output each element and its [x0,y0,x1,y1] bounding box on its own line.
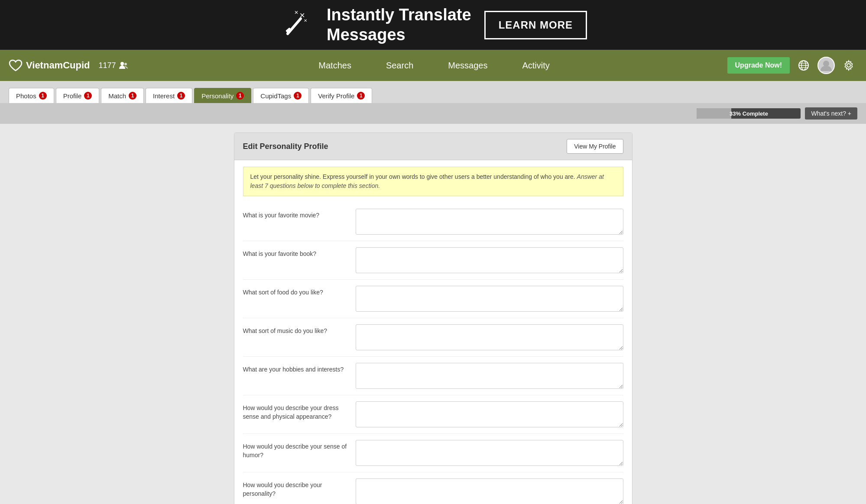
form-section: What is your favorite movie? What is you… [234,203,632,504]
card-title: Edit Personality Profile [243,142,328,151]
progress-section: 33% Complete What's next? + [0,103,866,124]
nav-search[interactable]: Search [369,50,431,81]
svg-point-5 [120,62,124,65]
site-logo[interactable]: VietnamCupid [9,59,90,71]
form-row-fav-movie: What is your favorite movie? [243,203,623,241]
nav-matches[interactable]: Matches [301,50,369,81]
form-row-personality: How would you describe your personality? [243,472,623,504]
hobbies-label: What are your hobbies and interests? [243,363,347,374]
tab-photos[interactable]: Photos 1 [9,88,54,103]
nav-messages[interactable]: Messages [431,50,505,81]
navbar: VietnamCupid 1177 Matches Search Message… [0,50,866,81]
humor-input[interactable] [356,440,623,466]
fav-movie-label: What is your favorite movie? [243,209,347,220]
tab-cupidtags[interactable]: CupidTags 1 [253,88,309,103]
svg-point-12 [823,61,829,67]
matches-count: 1177 [99,61,128,70]
view-profile-button[interactable]: View My Profile [567,139,623,154]
dress-sense-label: How would you describe your dress sense … [243,401,347,421]
interest-badge: 1 [177,92,185,100]
gear-icon [843,60,854,71]
tab-interest[interactable]: Interest 1 [146,88,192,103]
personality-input[interactable] [356,478,623,504]
profile-tabs-bar: Photos 1 Profile 1 Match 1 Interest 1 Pe… [0,81,866,103]
card-header: Edit Personality Profile View My Profile [234,133,632,160]
settings-button[interactable] [840,57,857,74]
hobbies-input[interactable] [356,363,623,389]
fav-music-label: What sort of music do you like? [243,324,347,336]
form-row-humor: How would you describe your sense of hum… [243,434,623,472]
form-row-fav-music: What sort of music do you like? [243,318,623,357]
nav-links: Matches Search Messages Activity [141,50,727,81]
form-row-fav-food: What sort of food do you like? [243,280,623,318]
tab-match[interactable]: Match 1 [101,88,144,103]
learn-more-button[interactable]: LEARN MORE [484,11,587,39]
fav-food-label: What sort of food do you like? [243,286,347,297]
cupidtags-badge: 1 [294,92,302,100]
promo-banner: ✕ ✕ ✕ Instantly Translate Messages LEARN… [0,0,866,50]
banner-text: Instantly Translate Messages [327,5,471,45]
form-row-hobbies: What are your hobbies and interests? [243,357,623,395]
match-badge: 1 [129,92,136,100]
whats-next-button[interactable]: What's next? + [805,107,857,120]
dress-sense-input[interactable] [356,401,623,427]
svg-point-13 [847,64,850,67]
personality-label: How would you describe your personality? [243,478,347,498]
tab-personality[interactable]: Personality 1 [194,88,251,103]
people-icon [119,61,128,70]
humor-label: How would you describe your sense of hum… [243,440,347,459]
nav-actions: Upgrade Now! [727,57,857,74]
language-button[interactable] [795,57,812,74]
avatar[interactable] [817,57,835,74]
personality-badge: 1 [236,92,244,100]
verify-badge: 1 [357,92,365,100]
fav-food-input[interactable] [356,286,623,312]
fav-music-input[interactable] [356,324,623,350]
user-avatar-icon [820,59,833,72]
info-box: Let your personality shine. Express your… [243,167,623,196]
fav-book-label: What is your favorite book? [243,247,347,258]
logo-icon [9,59,23,71]
svg-point-6 [124,63,127,65]
photos-badge: 1 [39,92,47,100]
profile-badge: 1 [84,92,92,100]
progress-label: 33% Complete [697,108,801,119]
form-row-fav-book: What is your favorite book? [243,241,623,280]
info-text: Let your personality shine. Express your… [250,173,575,180]
main-content: Edit Personality Profile View My Profile… [225,124,641,504]
edit-personality-card: Edit Personality Profile View My Profile… [234,132,632,504]
tab-verify-profile[interactable]: Verify Profile 1 [311,88,372,103]
progress-track: 33% Complete [697,108,801,119]
svg-text:✕: ✕ [294,10,298,16]
form-row-dress-sense: How would you describe your dress sense … [243,395,623,434]
tab-profile[interactable]: Profile 1 [56,88,100,103]
svg-text:✕: ✕ [304,18,307,23]
translate-icon: ✕ ✕ ✕ [279,8,314,42]
fav-movie-input[interactable] [356,209,623,235]
fav-book-input[interactable] [356,247,623,273]
logo-text: VietnamCupid [26,60,90,71]
upgrade-button[interactable]: Upgrade Now! [727,57,790,74]
nav-activity[interactable]: Activity [505,50,567,81]
globe-icon [798,60,809,71]
